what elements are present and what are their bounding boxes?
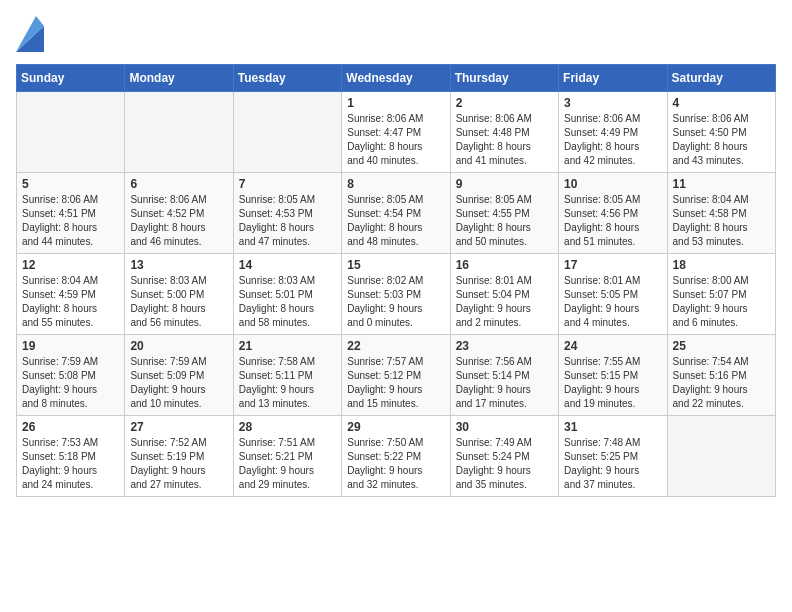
header-row: SundayMondayTuesdayWednesdayThursdayFrid… — [17, 65, 776, 92]
day-detail: Sunrise: 7:57 AM Sunset: 5:12 PM Dayligh… — [347, 355, 444, 411]
day-detail: Sunrise: 8:05 AM Sunset: 4:53 PM Dayligh… — [239, 193, 336, 249]
calendar-cell: 7Sunrise: 8:05 AM Sunset: 4:53 PM Daylig… — [233, 173, 341, 254]
day-number: 13 — [130, 258, 227, 272]
day-detail: Sunrise: 8:05 AM Sunset: 4:54 PM Dayligh… — [347, 193, 444, 249]
day-number: 20 — [130, 339, 227, 353]
day-number: 10 — [564, 177, 661, 191]
day-header-monday: Monday — [125, 65, 233, 92]
calendar-cell — [233, 92, 341, 173]
calendar-cell: 21Sunrise: 7:58 AM Sunset: 5:11 PM Dayli… — [233, 335, 341, 416]
calendar-cell: 31Sunrise: 7:48 AM Sunset: 5:25 PM Dayli… — [559, 416, 667, 497]
day-number: 25 — [673, 339, 770, 353]
day-number: 24 — [564, 339, 661, 353]
day-detail: Sunrise: 7:50 AM Sunset: 5:22 PM Dayligh… — [347, 436, 444, 492]
calendar-cell: 18Sunrise: 8:00 AM Sunset: 5:07 PM Dayli… — [667, 254, 775, 335]
day-number: 15 — [347, 258, 444, 272]
calendar-cell: 28Sunrise: 7:51 AM Sunset: 5:21 PM Dayli… — [233, 416, 341, 497]
day-number: 17 — [564, 258, 661, 272]
calendar-table: SundayMondayTuesdayWednesdayThursdayFrid… — [16, 64, 776, 497]
day-number: 11 — [673, 177, 770, 191]
week-row-2: 5Sunrise: 8:06 AM Sunset: 4:51 PM Daylig… — [17, 173, 776, 254]
calendar-cell: 15Sunrise: 8:02 AM Sunset: 5:03 PM Dayli… — [342, 254, 450, 335]
calendar-cell: 23Sunrise: 7:56 AM Sunset: 5:14 PM Dayli… — [450, 335, 558, 416]
day-detail: Sunrise: 7:55 AM Sunset: 5:15 PM Dayligh… — [564, 355, 661, 411]
day-detail: Sunrise: 7:54 AM Sunset: 5:16 PM Dayligh… — [673, 355, 770, 411]
calendar-cell: 17Sunrise: 8:01 AM Sunset: 5:05 PM Dayli… — [559, 254, 667, 335]
day-detail: Sunrise: 8:06 AM Sunset: 4:51 PM Dayligh… — [22, 193, 119, 249]
day-number: 6 — [130, 177, 227, 191]
day-number: 31 — [564, 420, 661, 434]
calendar-cell: 5Sunrise: 8:06 AM Sunset: 4:51 PM Daylig… — [17, 173, 125, 254]
calendar-cell: 10Sunrise: 8:05 AM Sunset: 4:56 PM Dayli… — [559, 173, 667, 254]
day-number: 22 — [347, 339, 444, 353]
day-number: 4 — [673, 96, 770, 110]
calendar-cell: 14Sunrise: 8:03 AM Sunset: 5:01 PM Dayli… — [233, 254, 341, 335]
week-row-4: 19Sunrise: 7:59 AM Sunset: 5:08 PM Dayli… — [17, 335, 776, 416]
day-detail: Sunrise: 8:03 AM Sunset: 5:01 PM Dayligh… — [239, 274, 336, 330]
calendar-cell: 25Sunrise: 7:54 AM Sunset: 5:16 PM Dayli… — [667, 335, 775, 416]
calendar-body: 1Sunrise: 8:06 AM Sunset: 4:47 PM Daylig… — [17, 92, 776, 497]
calendar-cell: 16Sunrise: 8:01 AM Sunset: 5:04 PM Dayli… — [450, 254, 558, 335]
calendar-cell: 22Sunrise: 7:57 AM Sunset: 5:12 PM Dayli… — [342, 335, 450, 416]
day-header-thursday: Thursday — [450, 65, 558, 92]
calendar-cell — [667, 416, 775, 497]
day-detail: Sunrise: 7:49 AM Sunset: 5:24 PM Dayligh… — [456, 436, 553, 492]
calendar-cell: 29Sunrise: 7:50 AM Sunset: 5:22 PM Dayli… — [342, 416, 450, 497]
day-detail: Sunrise: 7:59 AM Sunset: 5:08 PM Dayligh… — [22, 355, 119, 411]
calendar-cell: 12Sunrise: 8:04 AM Sunset: 4:59 PM Dayli… — [17, 254, 125, 335]
week-row-5: 26Sunrise: 7:53 AM Sunset: 5:18 PM Dayli… — [17, 416, 776, 497]
day-detail: Sunrise: 8:06 AM Sunset: 4:48 PM Dayligh… — [456, 112, 553, 168]
day-detail: Sunrise: 7:48 AM Sunset: 5:25 PM Dayligh… — [564, 436, 661, 492]
day-detail: Sunrise: 8:06 AM Sunset: 4:49 PM Dayligh… — [564, 112, 661, 168]
day-number: 23 — [456, 339, 553, 353]
calendar-cell: 13Sunrise: 8:03 AM Sunset: 5:00 PM Dayli… — [125, 254, 233, 335]
day-number: 9 — [456, 177, 553, 191]
day-detail: Sunrise: 8:06 AM Sunset: 4:47 PM Dayligh… — [347, 112, 444, 168]
day-detail: Sunrise: 8:05 AM Sunset: 4:55 PM Dayligh… — [456, 193, 553, 249]
day-detail: Sunrise: 8:04 AM Sunset: 4:59 PM Dayligh… — [22, 274, 119, 330]
calendar-cell: 3Sunrise: 8:06 AM Sunset: 4:49 PM Daylig… — [559, 92, 667, 173]
calendar-cell: 24Sunrise: 7:55 AM Sunset: 5:15 PM Dayli… — [559, 335, 667, 416]
day-header-friday: Friday — [559, 65, 667, 92]
day-number: 7 — [239, 177, 336, 191]
day-number: 28 — [239, 420, 336, 434]
calendar-cell: 4Sunrise: 8:06 AM Sunset: 4:50 PM Daylig… — [667, 92, 775, 173]
calendar-cell: 26Sunrise: 7:53 AM Sunset: 5:18 PM Dayli… — [17, 416, 125, 497]
day-detail: Sunrise: 8:01 AM Sunset: 5:05 PM Dayligh… — [564, 274, 661, 330]
day-detail: Sunrise: 7:58 AM Sunset: 5:11 PM Dayligh… — [239, 355, 336, 411]
day-detail: Sunrise: 7:51 AM Sunset: 5:21 PM Dayligh… — [239, 436, 336, 492]
calendar-cell: 2Sunrise: 8:06 AM Sunset: 4:48 PM Daylig… — [450, 92, 558, 173]
day-detail: Sunrise: 7:53 AM Sunset: 5:18 PM Dayligh… — [22, 436, 119, 492]
calendar-cell: 30Sunrise: 7:49 AM Sunset: 5:24 PM Dayli… — [450, 416, 558, 497]
logo-icon — [16, 16, 44, 52]
day-detail: Sunrise: 8:01 AM Sunset: 5:04 PM Dayligh… — [456, 274, 553, 330]
day-detail: Sunrise: 7:59 AM Sunset: 5:09 PM Dayligh… — [130, 355, 227, 411]
day-detail: Sunrise: 8:03 AM Sunset: 5:00 PM Dayligh… — [130, 274, 227, 330]
calendar-cell — [17, 92, 125, 173]
day-number: 18 — [673, 258, 770, 272]
day-header-sunday: Sunday — [17, 65, 125, 92]
calendar-cell: 1Sunrise: 8:06 AM Sunset: 4:47 PM Daylig… — [342, 92, 450, 173]
day-number: 3 — [564, 96, 661, 110]
day-number: 19 — [22, 339, 119, 353]
day-number: 5 — [22, 177, 119, 191]
page-header — [16, 16, 776, 52]
day-detail: Sunrise: 8:04 AM Sunset: 4:58 PM Dayligh… — [673, 193, 770, 249]
calendar-cell: 9Sunrise: 8:05 AM Sunset: 4:55 PM Daylig… — [450, 173, 558, 254]
day-detail: Sunrise: 8:02 AM Sunset: 5:03 PM Dayligh… — [347, 274, 444, 330]
calendar-cell: 6Sunrise: 8:06 AM Sunset: 4:52 PM Daylig… — [125, 173, 233, 254]
day-number: 14 — [239, 258, 336, 272]
calendar-cell: 11Sunrise: 8:04 AM Sunset: 4:58 PM Dayli… — [667, 173, 775, 254]
day-detail: Sunrise: 8:05 AM Sunset: 4:56 PM Dayligh… — [564, 193, 661, 249]
calendar-cell — [125, 92, 233, 173]
day-detail: Sunrise: 8:06 AM Sunset: 4:52 PM Dayligh… — [130, 193, 227, 249]
calendar-cell: 20Sunrise: 7:59 AM Sunset: 5:09 PM Dayli… — [125, 335, 233, 416]
day-number: 12 — [22, 258, 119, 272]
calendar-cell: 8Sunrise: 8:05 AM Sunset: 4:54 PM Daylig… — [342, 173, 450, 254]
calendar-cell: 27Sunrise: 7:52 AM Sunset: 5:19 PM Dayli… — [125, 416, 233, 497]
day-header-wednesday: Wednesday — [342, 65, 450, 92]
logo — [16, 16, 48, 52]
week-row-3: 12Sunrise: 8:04 AM Sunset: 4:59 PM Dayli… — [17, 254, 776, 335]
day-number: 21 — [239, 339, 336, 353]
week-row-1: 1Sunrise: 8:06 AM Sunset: 4:47 PM Daylig… — [17, 92, 776, 173]
